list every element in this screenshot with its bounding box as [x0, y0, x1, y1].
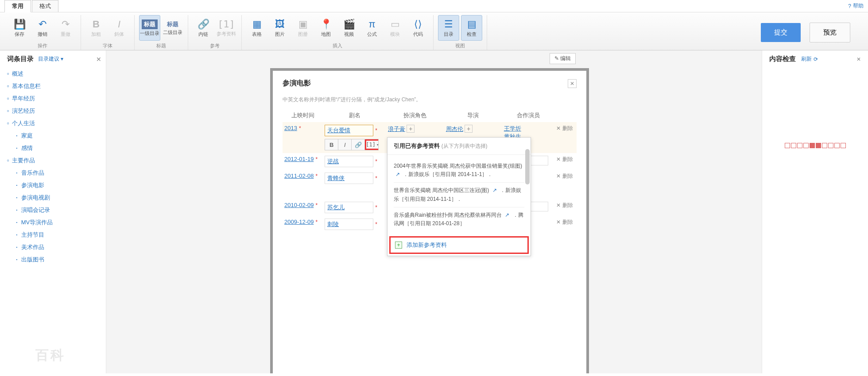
code-button[interactable]: ⟨⟩代码 — [407, 15, 429, 41]
table-header: 上映时间 — [283, 109, 323, 122]
toc-item[interactable]: 概述 — [7, 68, 106, 80]
undo-button[interactable]: ↶撤销 — [32, 15, 53, 41]
plus-icon: + — [395, 242, 402, 249]
save-button[interactable]: 💾保存 — [9, 15, 30, 41]
watermark: 百科 — [35, 346, 66, 364]
toc-item[interactable]: 参演电视剧 — [7, 192, 106, 204]
code-icon: ⟨⟩ — [414, 19, 422, 30]
toc-item[interactable]: 美术作品 — [7, 241, 106, 253]
date-cell[interactable]: 2010-02-09 — [284, 202, 314, 208]
delete-row[interactable]: ✕ 删除 — [556, 125, 573, 131]
toc-item[interactable]: 音乐作品 — [7, 167, 106, 179]
inspector-title: 内容检查 — [769, 55, 796, 63]
sidebar-suggest-link[interactable]: 目录建议 ▾ — [38, 55, 63, 63]
external-link-icon: ↗ — [505, 212, 509, 218]
external-link-icon: ↗ — [395, 171, 400, 177]
inspector-close[interactable]: ✕ — [856, 56, 861, 62]
scrollbar[interactable] — [525, 149, 530, 184]
redo-button: ↷重做 — [55, 15, 76, 41]
tab-common[interactable]: 常用 — [4, 0, 31, 12]
toc-item[interactable]: 基本信息栏 — [7, 80, 106, 92]
sidebar-close[interactable]: ✕ — [96, 56, 101, 63]
toc-item[interactable]: 早年经历 — [7, 92, 106, 105]
mini-link[interactable]: 🔗 — [352, 139, 365, 150]
h1-icon: 标题 — [142, 19, 158, 29]
heading1-button[interactable]: 标题一级目录 — [139, 15, 160, 41]
toc-item[interactable]: 主持节目 — [7, 229, 106, 241]
toc-item[interactable]: MV导演作品 — [7, 216, 106, 229]
group-insert-label: 插入 — [333, 42, 342, 49]
table-header: 导演 — [444, 109, 502, 122]
name-cell[interactable]: 刺陵 — [325, 219, 373, 230]
delete-row[interactable]: ✕ 删除 — [556, 173, 573, 179]
undo-icon: ↶ — [39, 19, 46, 30]
toc-item[interactable]: 主要作品 — [7, 154, 106, 167]
map-button[interactable]: 📍地图 — [315, 15, 337, 41]
module-button: ▭模块 — [384, 15, 406, 41]
chevron-down-icon: ▾ — [61, 56, 63, 62]
formula-button[interactable]: π公式 — [361, 15, 383, 41]
group-ops-label: 操作 — [38, 42, 47, 49]
add-reference-button[interactable]: + 添加新参考资料 — [389, 236, 529, 254]
group-font-label: 字体 — [103, 42, 112, 49]
actor-cell[interactable]: 王学圻 — [504, 125, 521, 132]
toc-item[interactable]: 感情 — [7, 142, 106, 154]
date-cell[interactable]: 2011-02-08 — [284, 173, 314, 179]
check-button[interactable]: ▤检查 — [461, 15, 482, 41]
add-director[interactable]: + — [465, 125, 473, 133]
delete-row[interactable]: ✕ 删除 — [556, 219, 573, 225]
group-ref-label: 参考 — [210, 42, 220, 49]
inspector-panel: 内容检查 刷新 ⟳ ✕ — [762, 50, 868, 373]
reference-item[interactable]: 音乐盛典Rain被粉丝扑倒 周杰伦蔡依林再同台 ↗ ．腾讯网［引用日期 2014… — [394, 207, 524, 231]
table-header: 合作演员 — [502, 109, 554, 122]
delete-row[interactable]: ✕ 删除 — [556, 156, 573, 162]
toc-item[interactable]: 出版图书 — [7, 253, 106, 266]
delete-row[interactable]: ✕ 删除 — [556, 202, 573, 208]
toc-item[interactable]: 个人生活 — [7, 117, 106, 130]
video-button[interactable]: 🎬视频 — [338, 15, 360, 41]
image-icon: 🖼 — [275, 19, 285, 30]
redo-icon: ↷ — [62, 19, 70, 30]
name-cell[interactable]: 逆战 — [325, 156, 373, 167]
reference-item[interactable]: 世界音乐奖揭晓 周杰伦中国区三连冠(图) ↗ ．新浪娱乐［引用日期 2014-1… — [394, 183, 524, 207]
toc-item[interactable]: 演唱会记录 — [7, 204, 106, 216]
link-button[interactable]: 🔗内链 — [193, 15, 214, 41]
modal-close[interactable]: ✕ — [568, 79, 577, 88]
name-cell[interactable]: 青蜂侠 — [325, 173, 373, 184]
formula-icon: π — [368, 19, 375, 30]
heading2-button[interactable]: 标题二级目录 — [162, 15, 183, 41]
modal-title: 参演电影 — [283, 79, 311, 88]
link-icon: 🔗 — [198, 19, 209, 30]
add-role[interactable]: + — [407, 125, 415, 133]
mini-italic[interactable]: I — [338, 139, 352, 150]
preview-button[interactable]: 预览 — [810, 23, 850, 42]
role-cell[interactable]: 浪子膏 — [388, 126, 405, 132]
name-cell[interactable]: 天台爱情 — [325, 125, 373, 136]
sidebar-title: 词条目录 — [7, 55, 34, 63]
image-button[interactable]: 🖼图片 — [269, 15, 291, 41]
edit-button[interactable]: ✎ 编辑 — [550, 53, 576, 64]
mini-reference[interactable]: [1]▾ — [365, 139, 378, 150]
bold-button: B加粗 — [85, 15, 107, 41]
reference-item[interactable]: 2004年世界音乐奖揭晓 周杰伦获中国最佳销量奖(组图) ↗ ．新浪娱乐［引用日… — [394, 158, 524, 183]
date-cell[interactable]: 2013 — [284, 125, 297, 131]
director-cell[interactable]: 周杰伦 — [446, 126, 463, 132]
submit-button[interactable]: 提交 — [761, 23, 801, 42]
italic-button: I斜体 — [108, 15, 130, 41]
italic-icon: I — [118, 19, 120, 30]
mini-bold[interactable]: B — [325, 139, 338, 150]
toc-item[interactable]: 家庭 — [7, 130, 106, 142]
refresh-button[interactable]: 刷新 ⟳ — [801, 55, 818, 63]
table-button[interactable]: ▦表格 — [246, 15, 267, 41]
table-header: 剧名 — [323, 109, 386, 122]
group-heading-label: 标题 — [156, 42, 166, 49]
toc-item[interactable]: 演艺经历 — [7, 105, 106, 117]
tab-format[interactable]: 格式 — [32, 0, 58, 12]
date-cell[interactable]: 2009-12-09 — [284, 219, 314, 225]
date-cell[interactable]: 2012-01-19 — [284, 156, 314, 162]
name-cell[interactable]: 苏乞儿 — [325, 202, 373, 213]
toc-button[interactable]: ☰目录 — [438, 15, 459, 41]
help-link[interactable]: ? 帮助 — [848, 2, 864, 10]
toc-item[interactable]: 参演电影 — [7, 179, 106, 192]
editor-area: ✎ 编辑 参演电影 ✕ 中英文名称并列时请用“/”进行分隔，例“成龙/Jacky… — [106, 50, 762, 373]
